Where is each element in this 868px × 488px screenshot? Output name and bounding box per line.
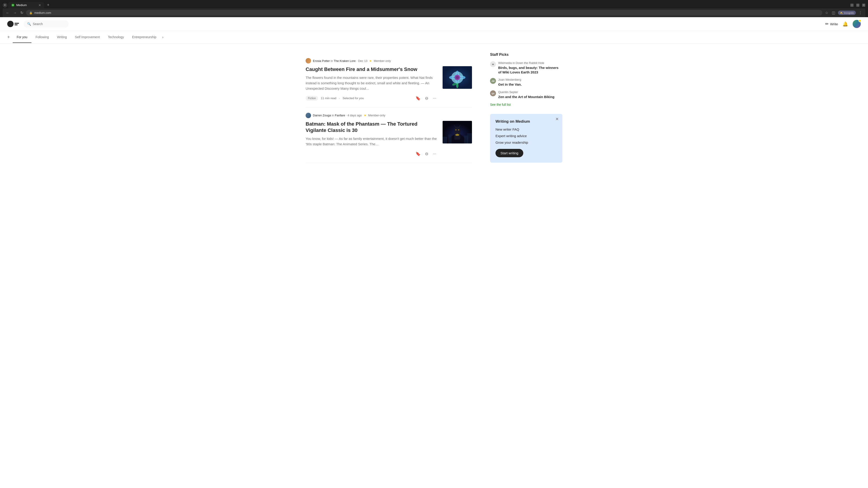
back-button[interactable]: ← (5, 10, 10, 16)
pick-title: Zen and the Art of Mountain Biking (498, 95, 555, 99)
start-writing-button[interactable]: Start writing (495, 149, 523, 157)
article-title[interactable]: Caught Between Fire and a Midsummer's Sn… (306, 66, 437, 73)
author-name[interactable]: Darren Zouga (313, 113, 331, 117)
article-body: Caught Between Fire and a Midsummer's Sn… (306, 66, 472, 102)
search-bar[interactable]: 🔍 Search (24, 20, 69, 28)
write-icon: ✏ (825, 22, 829, 26)
url-text: medium.com (34, 11, 819, 14)
new-tab-button[interactable]: + (45, 2, 51, 8)
staff-pick-item[interactable]: W Wikimedia in Down the Rabbit Hole Bird… (490, 61, 562, 74)
browser-menu-icon[interactable]: ⋮ (858, 10, 863, 16)
search-icon: 🔍 (27, 22, 31, 26)
url-bar[interactable]: 🔒 medium.com (26, 10, 822, 15)
browser-chrome: ▾ M Medium ✕ + ─ □ ✕ ← → ↻ 🔒 medium.com … (0, 0, 868, 17)
pick-meta: Wikimedia in Down the Rabbit Hole (498, 61, 562, 65)
nav-tabs: + For you Following Writing Self Improve… (0, 31, 868, 43)
search-placeholder: Search (33, 22, 43, 26)
article-actions: 🔖 ⊖ ··· (414, 151, 437, 157)
article-actions: 🔖 ⊖ ··· (414, 95, 437, 102)
tab-group-switcher[interactable]: ▾ (3, 3, 7, 7)
article-excerpt: The flowers found in the mountains were … (306, 75, 437, 91)
active-tab[interactable]: M Medium ✕ (8, 2, 44, 8)
pick-meta: Joan Westenberg (498, 78, 522, 81)
sidebar: Staff Picks W Wikimedia in Down the Rabb… (490, 53, 562, 163)
writing-card-close-button[interactable]: ✕ (555, 117, 559, 122)
flower-thumbnail (442, 66, 472, 89)
bookmark-button[interactable]: 🔖 (414, 151, 421, 157)
grow-readership-link[interactable]: Grow your readership (495, 140, 557, 144)
pick-author-avatar: W (490, 61, 496, 67)
medium-header: 🔍 Search ✏ Write 🔔 (0, 17, 868, 31)
close-window-button[interactable]: ✕ (862, 4, 865, 7)
pick-meta: Quentin Septer (498, 90, 555, 94)
logo-circle (7, 21, 13, 27)
bookmark-star-icon[interactable]: ☆ (824, 10, 829, 16)
svg-rect-23 (448, 134, 452, 143)
medium-logo[interactable] (7, 21, 19, 27)
pick-author-avatar: JW (490, 78, 496, 84)
tab-writing[interactable]: Writing (53, 32, 71, 43)
write-label: Write (830, 22, 838, 26)
svg-point-15 (454, 127, 460, 134)
write-button[interactable]: ✏ Write (825, 22, 838, 26)
svg-rect-22 (442, 137, 447, 143)
hide-button[interactable]: ⊖ (424, 95, 429, 102)
medium-app: 🔍 Search ✏ Write 🔔 + For you Following W… (0, 17, 868, 487)
tab-technology[interactable]: Technology (104, 32, 128, 43)
article-content: Caught Between Fire and a Midsummer's Sn… (306, 66, 437, 102)
article-card: Darren Zouga in Fanfare · 4 days ago ★ M… (306, 107, 472, 163)
svg-point-11 (456, 83, 458, 88)
article-card: Erosia Potter in The Kraken Lore · Dec 1… (306, 53, 472, 107)
bookmark-button[interactable]: 🔖 (414, 95, 421, 102)
more-options-button[interactable]: ··· (432, 151, 437, 157)
forward-button[interactable]: → (12, 10, 18, 16)
browser-toolbar: ← → ↻ 🔒 medium.com ☆ ◫ 🕵 Incognito ⋮ (3, 8, 865, 17)
svg-text:W: W (492, 63, 494, 66)
writing-card-title: Writing on Medium (495, 119, 557, 124)
staff-pick-item[interactable]: QS Quentin Septer Zen and the Art of Mou… (490, 90, 562, 99)
member-only-label: Member-only (374, 59, 391, 63)
notifications-icon[interactable]: 🔔 (842, 21, 848, 27)
svg-point-19 (458, 129, 459, 130)
main-layout: Erosia Potter in The Kraken Lore · Dec 1… (298, 43, 569, 172)
member-badge: ★ (364, 113, 366, 117)
see-full-list-link[interactable]: See the full list (490, 103, 510, 106)
article-title[interactable]: Batman: Mask of the Phantasm — The Tortu… (306, 121, 437, 134)
tab-entrepreneurship[interactable]: Entrepreneurship (128, 32, 160, 43)
svg-text:JW: JW (491, 80, 495, 82)
tab-following[interactable]: Following (31, 32, 53, 43)
minimize-button[interactable]: ─ (850, 4, 854, 7)
publication-name[interactable]: The Kraken Lore (334, 59, 356, 63)
logo-bars (14, 22, 19, 27)
article-feed: Erosia Potter in The Kraken Lore · Dec 1… (306, 53, 472, 163)
tab-for-you[interactable]: For you (13, 32, 31, 43)
selected-label: Selected for you (343, 96, 364, 100)
hide-button[interactable]: ⊖ (424, 151, 429, 157)
extensions-icon[interactable]: ◫ (831, 10, 836, 16)
article-footer: 🔖 ⊖ ··· (306, 151, 437, 157)
author-name[interactable]: Erosia Potter (313, 59, 330, 63)
expert-writing-advice-link[interactable]: Expert writing advice (495, 134, 557, 138)
svg-text:QS: QS (491, 92, 494, 95)
avatar-badge (859, 20, 861, 22)
article-content: Batman: Mask of the Phantasm — The Tortu… (306, 121, 437, 157)
staff-picks-title: Staff Picks (490, 53, 562, 57)
publication-name[interactable]: Fanfare (335, 113, 345, 117)
browser-tabs-bar: ▾ M Medium ✕ + ─ □ ✕ (3, 2, 865, 8)
tab-title: Medium (16, 3, 27, 7)
new-writer-faq-link[interactable]: New writer FAQ (495, 127, 557, 131)
staff-pick-item[interactable]: JW Joan Westenberg Get in the Van. (490, 78, 562, 87)
article-meta: Erosia Potter in The Kraken Lore · Dec 1… (306, 58, 472, 64)
more-options-button[interactable]: ··· (432, 95, 437, 101)
writing-on-medium-card: ✕ Writing on Medium New writer FAQ Exper… (490, 114, 562, 163)
tab-close-button[interactable]: ✕ (38, 3, 41, 7)
add-topic-button[interactable]: + (7, 31, 13, 43)
author-avatar (306, 58, 311, 64)
article-tag[interactable]: Fiction (306, 96, 318, 101)
user-avatar[interactable] (852, 20, 861, 28)
reload-button[interactable]: ↻ (20, 10, 24, 16)
maximize-button[interactable]: □ (856, 4, 860, 7)
article-thumbnail (442, 121, 472, 143)
nav-more-icon[interactable]: › (160, 32, 165, 43)
tab-self-improvement[interactable]: Self Improvement (71, 32, 104, 43)
